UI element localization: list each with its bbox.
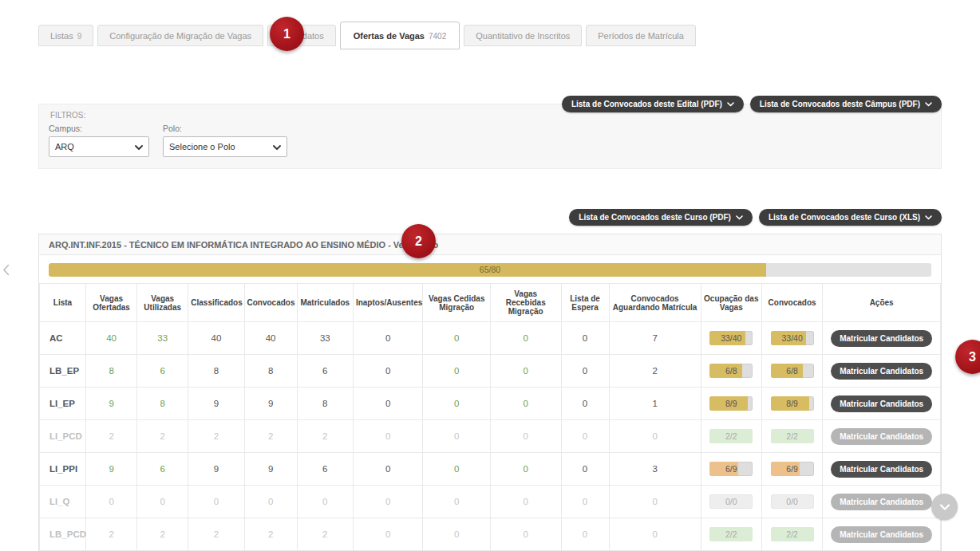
badge-label: 0/0 bbox=[709, 494, 753, 509]
column-header-inaptos-ausentes: Inaptos/Ausentes bbox=[353, 284, 423, 322]
badge-label: 6/9 bbox=[771, 462, 814, 476]
scroll-down-button[interactable] bbox=[931, 494, 958, 520]
ocupacao-cell: 2/2 bbox=[701, 420, 761, 453]
course-progress: 65/80 bbox=[39, 255, 941, 283]
value-cell: 0 bbox=[561, 518, 609, 551]
campus-select[interactable]: ARQ bbox=[49, 136, 149, 157]
ocupacao-badge: 6/9 bbox=[709, 462, 753, 476]
value-cell: 40 bbox=[86, 322, 137, 355]
table-row-ac: AC40334040330000733/4033/40Matricular Ca… bbox=[40, 322, 941, 355]
value-cell: 9 bbox=[188, 388, 244, 420]
matricular-candidatos-button[interactable]: Matricular Candidatos bbox=[831, 330, 932, 347]
chevron-down-icon bbox=[939, 500, 950, 514]
value-cell: 0 bbox=[561, 453, 609, 486]
ocupacao-cell: 0/0 bbox=[701, 486, 761, 518]
filters-title: FILTROS: bbox=[50, 111, 85, 120]
export-campus-pdf-label: Lista de Convocados deste Câmpus (PDF) bbox=[760, 100, 920, 108]
annotation-circle-2: 2 bbox=[401, 224, 436, 258]
matricular-candidatos-button: Matricular Candidatos bbox=[831, 526, 932, 543]
value-cell: 9 bbox=[86, 453, 137, 486]
convocados-cell: 2/2 bbox=[761, 518, 822, 551]
column-header-vagas-recebidas-migracao: Vagas Recebidas Migração bbox=[490, 284, 561, 322]
value-cell: 8 bbox=[244, 355, 297, 388]
convocados-badge: 2/2 bbox=[771, 527, 814, 541]
value-cell: 40 bbox=[188, 322, 244, 355]
value-cell: 0 bbox=[423, 518, 490, 551]
badge-label: 6/9 bbox=[709, 462, 753, 476]
value-cell: 1 bbox=[609, 388, 701, 420]
chevron-down-icon bbox=[925, 100, 932, 108]
table-row-li-ep: LI_EP98998000018/98/9Matricular Candidat… bbox=[40, 388, 941, 420]
table-header-row: ListaVagas OfertadasVagas UtilizadasClas… bbox=[40, 284, 941, 322]
export-curso-pdf-button[interactable]: Lista de Convocados deste Curso (PDF) bbox=[569, 209, 753, 226]
tab-label: Períodos de Matrícula bbox=[598, 31, 684, 41]
acoes-cell: Matricular Candidatos bbox=[823, 322, 941, 355]
column-header-lista: Lista bbox=[40, 284, 86, 322]
value-cell: 7 bbox=[609, 322, 701, 355]
ocupacao-cell: 33/40 bbox=[701, 322, 761, 355]
value-cell: 33 bbox=[137, 322, 188, 355]
value-cell: 6 bbox=[137, 453, 188, 486]
convocados-cell: 0/0 bbox=[761, 486, 822, 518]
badge-label: 6/8 bbox=[771, 364, 814, 378]
column-header-convocados-aguardando-matricula: Convocados Aguardando Matrícula bbox=[609, 284, 701, 322]
convocados-badge: 2/2 bbox=[771, 429, 814, 443]
matricular-candidatos-button[interactable]: Matricular Candidatos bbox=[831, 461, 932, 478]
value-cell: 0 bbox=[423, 355, 490, 388]
filter-panel: FILTROS: Campus: ARQ Polo: Selecione o P… bbox=[38, 104, 942, 169]
lista-cell: LI_PCD bbox=[40, 420, 86, 453]
value-cell: 40 bbox=[244, 322, 297, 355]
tab-periodos-de-matricula[interactable]: Períodos de Matrícula bbox=[586, 25, 696, 46]
value-cell: 6 bbox=[137, 355, 188, 388]
column-header-matriculados: Matriculados bbox=[297, 284, 353, 322]
value-cell: 0 bbox=[561, 355, 609, 388]
value-cell: 2 bbox=[609, 355, 701, 388]
ocupacao-badge: 2/2 bbox=[709, 527, 753, 541]
tab-quantitativo-de-inscritos[interactable]: Quantitativo de Inscritos bbox=[464, 25, 582, 46]
collapse-panel-chevron-left-icon[interactable] bbox=[2, 264, 10, 279]
matricular-candidatos-button[interactable]: Matricular Candidatos bbox=[831, 396, 932, 412]
export-edital-pdf-label: Lista de Convocados deste Edital (PDF) bbox=[571, 100, 722, 108]
convocados-badge: 33/40 bbox=[771, 331, 814, 345]
tab-listas[interactable]: Listas9 bbox=[38, 25, 93, 46]
value-cell: 0 bbox=[353, 388, 423, 420]
ocupacao-cell: 6/9 bbox=[701, 453, 761, 486]
value-cell: 2 bbox=[86, 420, 137, 453]
annotation-number: 3 bbox=[969, 350, 976, 364]
acoes-cell: Matricular Candidatos bbox=[823, 355, 941, 388]
value-cell: 0 bbox=[561, 486, 609, 518]
column-header-acoes: Ações bbox=[823, 284, 941, 322]
value-cell: 2 bbox=[188, 518, 244, 551]
value-cell: 33 bbox=[297, 322, 353, 355]
value-cell: 0 bbox=[353, 322, 423, 355]
value-cell: 0 bbox=[561, 420, 609, 453]
value-cell: 8 bbox=[297, 388, 353, 420]
table-row-li-pcd: LI_PCD22222000002/22/2Matricular Candida… bbox=[40, 420, 941, 453]
convocados-badge: 6/9 bbox=[771, 462, 814, 476]
column-header-vagas-cedidas-migracao: Vagas Cedidas Migração bbox=[423, 284, 490, 322]
badge-label: 2/2 bbox=[709, 527, 753, 541]
course-title: ARQ.INT.INF.2015 - TÉCNICO EM INFORMÁTIC… bbox=[39, 234, 941, 255]
lista-cell: LB_PCD bbox=[40, 518, 86, 551]
chevron-down-icon bbox=[727, 100, 734, 108]
matricular-candidatos-button[interactable]: Matricular Candidatos bbox=[831, 363, 932, 380]
export-edital-pdf-button[interactable]: Lista de Convocados deste Edital (PDF) bbox=[562, 96, 744, 112]
table-row-lb-pcd: LB_PCD22222000002/22/2Matricular Candida… bbox=[40, 518, 941, 551]
polo-label: Polo: bbox=[163, 124, 287, 133]
acoes-cell: Matricular Candidatos bbox=[823, 453, 941, 486]
export-curso-pdf-label: Lista de Convocados deste Curso (PDF) bbox=[579, 213, 731, 222]
export-curso-xls-button[interactable]: Lista de Convocados deste Curso (XLS) bbox=[759, 209, 942, 226]
export-campus-pdf-button[interactable]: Lista de Convocados deste Câmpus (PDF) bbox=[750, 96, 942, 112]
value-cell: 2 bbox=[244, 518, 297, 551]
export-curso-xls-label: Lista de Convocados deste Curso (XLS) bbox=[769, 213, 920, 222]
polo-field: Polo: Selecione o Polo bbox=[163, 124, 287, 157]
ocupacao-badge: 6/8 bbox=[709, 364, 753, 378]
polo-select[interactable]: Selecione o Polo bbox=[163, 136, 287, 157]
badge-label: 2/2 bbox=[771, 527, 814, 541]
value-cell: 0 bbox=[490, 486, 561, 518]
tab-ofertas-de-vagas[interactable]: Ofertas de Vagas7402 bbox=[340, 22, 460, 49]
lista-cell: LI_PPI bbox=[40, 453, 86, 486]
tab-configuracao-de-migracao-de-vagas[interactable]: Configuração de Migração de Vagas bbox=[97, 25, 263, 46]
value-cell: 0 bbox=[490, 453, 561, 486]
value-cell: 0 bbox=[353, 355, 423, 388]
